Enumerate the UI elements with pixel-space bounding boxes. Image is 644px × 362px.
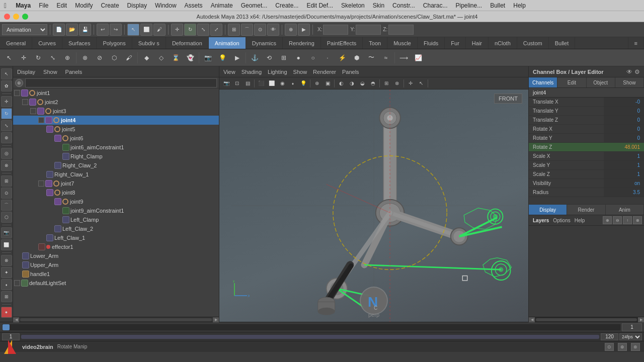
viewport-3d-canvas[interactable]: FRONT	[219, 89, 528, 322]
transform-btn[interactable]: ⤢	[210, 24, 222, 36]
tool-camera-icon[interactable]: 📷	[201, 51, 215, 65]
lt-paint-btn[interactable]: ✿	[1, 80, 12, 92]
menu-create[interactable]: Create	[97, 1, 123, 10]
tab-bullet[interactable]: Bullet	[549, 37, 576, 49]
undo-btn[interactable]: ↩	[97, 24, 109, 36]
tool-ghosting-icon[interactable]: 👻	[183, 51, 197, 65]
tool-particle-icon[interactable]: ·	[320, 51, 335, 65]
tool-graph-editor-icon[interactable]: 📈	[411, 51, 425, 65]
outliner-display-menu[interactable]: Display	[17, 69, 35, 75]
vp-light-btn[interactable]: 💡	[298, 79, 308, 88]
layer-option-btn[interactable]: ⊗	[633, 216, 642, 224]
tree-item-left-claw1[interactable]: Left_Claw_1	[13, 233, 219, 242]
menu-file[interactable]: File	[35, 1, 52, 10]
menu-display[interactable]: Display	[123, 1, 151, 10]
snap-grid-btn[interactable]: ⊞	[228, 24, 240, 36]
lt-manip-btn[interactable]: ⊕	[1, 132, 12, 143]
vp-iso-btn[interactable]: ⊕	[312, 79, 322, 88]
vis-box-joint2[interactable]	[22, 99, 28, 105]
vp-camera-btn[interactable]: 📷	[221, 79, 231, 88]
tab-toon[interactable]: Toon	[363, 37, 387, 49]
menu-help[interactable]: Help	[509, 1, 530, 10]
tree-item-joint7[interactable]: joint7	[13, 179, 219, 188]
tab-subdivs[interactable]: Subdiv s	[132, 37, 166, 49]
vp-mblur-btn[interactable]: ◓	[368, 79, 378, 88]
vp-shadow-btn[interactable]: ▣	[323, 79, 333, 88]
lt-scale-btn[interactable]: ⤡	[1, 120, 12, 131]
tree-item-right-claw1[interactable]: Right_Claw_1	[13, 170, 219, 179]
tool-ik-icon[interactable]: ⊘	[93, 51, 107, 65]
tree-item-left-clamp[interactable]: Left_Clamp	[13, 215, 219, 224]
tab-rendering[interactable]: Rendering	[283, 37, 321, 49]
tool-light-icon[interactable]: 💡	[215, 51, 229, 65]
tab-deformation[interactable]: Deformation	[166, 37, 209, 49]
tool-key-icon[interactable]: ◆	[139, 51, 153, 65]
tool-constraint-icon[interactable]: ⚓	[248, 51, 262, 65]
vp-sel-btn[interactable]: ↖	[416, 79, 426, 88]
ch-scale-y[interactable]: Scale Y 1	[529, 161, 644, 170]
tool-hair2-icon[interactable]: 〜	[364, 51, 378, 65]
vp-menu-lighting[interactable]: Lighting	[268, 69, 287, 75]
tree-item-joint9[interactable]: joint9	[13, 197, 219, 206]
tool-motion-trail-icon[interactable]: ⟶	[396, 51, 411, 65]
status-icon3[interactable]: ⊗	[631, 343, 640, 351]
render-btn[interactable]: ▶	[298, 24, 310, 36]
lt-rotate-btn[interactable]: ↻	[1, 108, 12, 119]
tab-painteffects[interactable]: PaintEffects	[321, 37, 363, 49]
lasso-btn[interactable]: ⬜	[140, 24, 152, 36]
tool-render-icon[interactable]: ▶	[230, 51, 244, 65]
layer-arrow-btn[interactable]: ↑	[623, 216, 632, 224]
lt-move-btn[interactable]: ✛	[1, 96, 12, 107]
tree-item-joint6[interactable]: joint6	[13, 134, 219, 143]
tool-deform-icon[interactable]: ⟲	[262, 51, 276, 65]
tab-options[interactable]: Options	[551, 217, 572, 224]
tree-item-handle1[interactable]: handle1	[13, 269, 219, 279]
lt-icon3[interactable]: ⬧	[1, 279, 12, 290]
z-input[interactable]	[388, 25, 414, 35]
lt-icon1[interactable]: ⊗	[1, 255, 12, 266]
lt-icon4[interactable]: ⊞	[1, 291, 12, 302]
status-icon2[interactable]: ⊕	[618, 343, 627, 351]
tree-item-joint4[interactable]: joint4	[13, 116, 219, 125]
lt-cam-btn[interactable]: 📷	[1, 227, 12, 238]
snap-view-btn[interactable]: 👁	[267, 24, 279, 36]
save-file-btn[interactable]: 💾	[79, 24, 91, 36]
lt-soft-btn[interactable]: ◎	[1, 148, 12, 159]
menu-edit[interactable]: Edit	[53, 1, 71, 10]
menu-window[interactable]: Window	[151, 1, 181, 10]
ch-rotate-y[interactable]: Rotate Y 0	[529, 134, 644, 143]
vp-grid-btn[interactable]: ⊞	[381, 79, 391, 88]
tab-general[interactable]: General	[0, 37, 32, 49]
tree-item-default-light[interactable]: defaultLightSet	[13, 279, 219, 288]
close-button[interactable]	[4, 14, 10, 20]
time-slider-track[interactable]	[2, 324, 621, 331]
outliner-hscroll[interactable]: ◀ ▶	[13, 317, 219, 322]
tab-fur[interactable]: Fur	[445, 37, 466, 49]
tool-paint-skin-icon[interactable]: 🖌	[122, 51, 136, 65]
ch-scale-x[interactable]: Scale X 1	[529, 152, 644, 161]
ch-translate-z[interactable]: Translate Z 0	[529, 116, 644, 125]
vp-camera2-btn[interactable]: ⊡	[232, 79, 242, 88]
tool-rotate-icon[interactable]: ↻	[31, 51, 45, 65]
vis-box-joint7[interactable]	[38, 180, 44, 187]
vp-menu-panels[interactable]: Panels	[342, 69, 359, 75]
tab-edit[interactable]: Edit	[557, 77, 586, 87]
tree-item-right-claw2[interactable]: Right_Claw_2	[13, 161, 219, 170]
range-slider-track[interactable]	[21, 334, 600, 339]
x-input[interactable]	[323, 25, 348, 35]
status-icon1[interactable]: ⊙	[605, 343, 614, 351]
ch-visibility[interactable]: Visibility on	[529, 179, 644, 188]
tool-softbody-icon[interactable]: ○	[306, 51, 320, 65]
tree-item-joint6-aim[interactable]: joint6_aimConstraint1	[13, 143, 219, 152]
layer-scroll-right[interactable]: ▶	[638, 317, 644, 322]
menu-constr[interactable]: Constr...	[388, 1, 419, 10]
outliner-filter-btn[interactable]: ⊕	[15, 79, 23, 87]
vis-box-joint3[interactable]	[30, 108, 36, 114]
outliner-show-menu[interactable]: Show	[43, 69, 57, 75]
tab-dynamics[interactable]: Dynamics	[246, 37, 283, 49]
layer-delete-btn[interactable]: ⊖	[613, 216, 622, 224]
ch-radius[interactable]: Radius 3.5	[529, 188, 644, 197]
tool-blend-icon[interactable]: ⊞	[277, 51, 291, 65]
rotate-btn[interactable]: ↻	[184, 24, 196, 36]
tab-help[interactable]: Help	[573, 217, 587, 224]
